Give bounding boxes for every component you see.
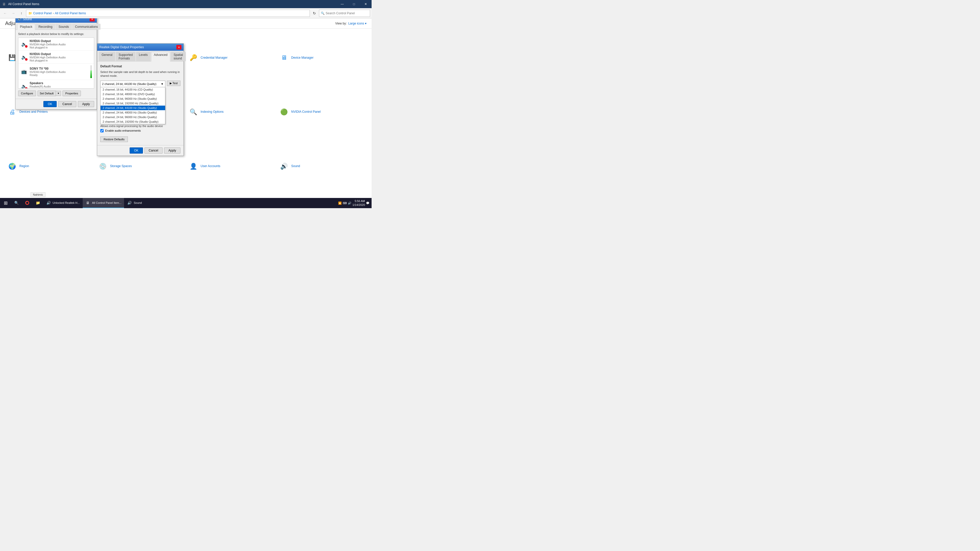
- taskbar-search[interactable]: 🔍: [11, 198, 21, 208]
- device-item-nvidia2[interactable]: 🔈 NVIDIA Output NVIDIA High Definition A…: [18, 51, 94, 64]
- cp-item-label-user-accounts: User Accounts: [200, 164, 220, 168]
- device-driver-nvidia2: NVIDIA High Definition Audio: [30, 56, 92, 59]
- signal-desc: Allows extra signal processing by the au…: [100, 124, 180, 127]
- sound-dialog: 🔊 Sound ✕ Playback Recording Sounds Comm…: [15, 15, 97, 110]
- taskbar-date: 1/14/2020: [352, 203, 365, 207]
- tray-expand-icon[interactable]: 🔼: [338, 202, 342, 205]
- breadcrumb-control-panel[interactable]: Control Panel: [33, 11, 52, 15]
- tab-playback[interactable]: Playback: [17, 24, 35, 30]
- device-icon-sony: 📺: [21, 68, 27, 75]
- format-option-8[interactable]: 2 channel, 24 bit, 192000 Hz (Studio Qua…: [100, 119, 165, 124]
- sound-apply-button[interactable]: Apply: [78, 101, 94, 107]
- forward-button[interactable]: →: [10, 10, 17, 17]
- device-state-sony: Ready: [30, 73, 88, 76]
- props-tab-advanced[interactable]: Advanced: [151, 52, 170, 62]
- refresh-button[interactable]: ↻: [311, 10, 318, 17]
- test-button[interactable]: ▶ Test: [167, 81, 180, 86]
- props-tab-spatial[interactable]: Spatial sound: [171, 52, 186, 61]
- tray-volume-icon[interactable]: 🔊: [348, 202, 352, 205]
- taskbar-control-panel[interactable]: 🖥 All Control Panel Item...: [83, 198, 124, 208]
- device-status-nvidia2: [25, 58, 27, 61]
- set-default-button[interactable]: Set Default: [38, 91, 56, 96]
- up-button[interactable]: ↑: [18, 10, 25, 17]
- tab-sounds[interactable]: Sounds: [56, 24, 72, 30]
- window-title: All Control Panel Items: [8, 2, 336, 6]
- format-option-1[interactable]: 2 channel, 16 bit, 44100 Hz (CD Quality): [100, 87, 165, 92]
- enhancement-checkbox[interactable]: [100, 129, 103, 132]
- format-dropdown[interactable]: 2 channel, 24 bit, 44100 Hz (Studio Qual…: [100, 81, 165, 87]
- taskbar-realtek[interactable]: 🔊 Unlocked Realtek H...: [43, 198, 82, 208]
- breadcrumb-folder-icon: 📁: [28, 11, 32, 15]
- sound-ok-button[interactable]: OK: [43, 101, 56, 107]
- props-ok-button[interactable]: OK: [130, 148, 143, 154]
- files-icon: 📁: [35, 200, 40, 205]
- configure-button[interactable]: Configure: [18, 91, 36, 96]
- taskbar-sound[interactable]: 🔊 Sound: [124, 198, 145, 208]
- properties-button[interactable]: Properties: [62, 91, 81, 96]
- search-box[interactable]: 🔍: [319, 10, 370, 17]
- props-tab-formats[interactable]: Supported Formats: [116, 52, 135, 61]
- set-default-arrow-button[interactable]: ▼: [56, 91, 61, 96]
- device-item-nvidia1[interactable]: 🔈 NVIDIA Output NVIDIA High Definition A…: [18, 38, 94, 51]
- cp-item-nvidia[interactable]: 🟢 NVIDIA Control Panel: [277, 86, 366, 139]
- device-driver-sony: NVIDIA High Definition Audio: [30, 70, 88, 73]
- start-button[interactable]: ⊞: [0, 198, 11, 208]
- taskbar-sound-label: Sound: [134, 201, 142, 204]
- device-item-sony[interactable]: 📺 SONY TV *00 NVIDIA High Definition Aud…: [18, 64, 94, 80]
- breadcrumb[interactable]: 📁 Control Panel › All Control Panel Item…: [26, 10, 310, 17]
- tab-communications[interactable]: Communications: [72, 24, 100, 30]
- cp-item-user-accounts[interactable]: 👤 User Accounts: [186, 140, 276, 193]
- device-state-speakers: Not plugged in: [30, 88, 92, 89]
- cp-item-label-region: Region: [19, 164, 29, 168]
- close-button[interactable]: ✕: [360, 0, 372, 8]
- cp-item-credential[interactable]: 🔑 Credential Manager: [186, 31, 276, 84]
- format-option-6[interactable]: 2 channel, 24 bit, 48000 Hz (Studio Qual…: [100, 110, 165, 115]
- cp-item-sound[interactable]: 🔊 Sound: [277, 140, 366, 193]
- maximize-button[interactable]: □: [348, 0, 360, 8]
- taskbar-files[interactable]: 📁: [33, 198, 43, 208]
- breadcrumb-current[interactable]: All Control Panel Items: [55, 11, 86, 15]
- taskbar-cortana[interactable]: ⭕: [22, 198, 32, 208]
- format-option-4[interactable]: 2 channel, 16 bit, 192000 Hz (Studio Qua…: [100, 101, 165, 106]
- taskbar: ⊞ 🔍 ⭕ 📁 🔊 Unlocked Realtek H... 🖥 All Co…: [0, 198, 372, 208]
- sound-cancel-button[interactable]: Cancel: [58, 101, 76, 107]
- search-input[interactable]: [326, 11, 368, 15]
- device-name-nvidia2: NVIDIA Output: [30, 52, 92, 56]
- props-dialog-close[interactable]: ✕: [177, 45, 181, 49]
- cp-item-device-manager[interactable]: 🖥 Device Manager: [277, 31, 366, 84]
- restore-defaults-button[interactable]: Restore Defaults: [100, 137, 128, 142]
- back-button[interactable]: ←: [2, 10, 9, 17]
- dropdown-list: 2 channel, 16 bit, 44100 Hz (CD Quality)…: [100, 87, 165, 124]
- minimize-button[interactable]: —: [336, 0, 348, 8]
- taskbar-time-date[interactable]: 5:56 AM 1/14/2020: [352, 199, 365, 207]
- device-icon-nvidia1: 🔈: [21, 41, 27, 48]
- format-option-3[interactable]: 2 channel, 16 bit, 96000 Hz (Studio Qual…: [100, 97, 165, 101]
- control-panel-taskbar-icon: 🖥: [85, 200, 90, 205]
- default-format-title: Default Format: [100, 65, 180, 68]
- tab-recording[interactable]: Recording: [36, 24, 56, 30]
- props-cancel-button[interactable]: Cancel: [145, 148, 162, 154]
- props-apply-button[interactable]: Apply: [164, 148, 180, 154]
- device-item-speakers[interactable]: 🔈 Speakers Realtek(R) Audio Not plugged …: [18, 80, 94, 89]
- cp-item-region[interactable]: 🌍 Region: [5, 140, 95, 193]
- props-tab-levels[interactable]: Levels: [136, 52, 151, 61]
- realtek-taskbar-icon: 🔊: [46, 200, 51, 205]
- cp-item-indexing[interactable]: 🔍 Indexing Options: [186, 86, 276, 139]
- cp-item-label-device-manager: Device Manager: [291, 56, 313, 60]
- sony-level-bar: [90, 65, 92, 78]
- device-driver-speakers: Realtek(R) Audio: [30, 85, 92, 88]
- cp-item-label-nvidia: NVIDIA Control Panel: [291, 110, 321, 114]
- format-option-5[interactable]: 2 channel, 24 bit, 44100 Hz (Studio Qual…: [100, 106, 165, 110]
- format-option-2[interactable]: 2 channel, 16 bit, 48000 Hz (DVD Quality…: [100, 92, 165, 97]
- notifications-icon[interactable]: 💬: [366, 202, 369, 205]
- sony-level-fill: [90, 70, 92, 78]
- devices-list: 🔈 NVIDIA Output NVIDIA High Definition A…: [18, 38, 94, 89]
- props-tab-general[interactable]: General: [99, 52, 115, 61]
- format-option-7[interactable]: 2 channel, 24 bit, 96000 Hz (Studio Qual…: [100, 115, 165, 119]
- address-bar: ← → ↑ 📁 Control Panel › All Control Pane…: [0, 8, 372, 18]
- device-state-nvidia2: Not plugged in: [30, 59, 92, 62]
- device-icon-nvidia2: 🔈: [21, 54, 27, 61]
- format-row: 2 channel, 24 bit, 44100 Hz (Studio Qual…: [100, 81, 180, 89]
- view-by-dropdown[interactable]: Large icons ▾: [348, 22, 366, 25]
- cortana-icon: ⭕: [24, 200, 30, 205]
